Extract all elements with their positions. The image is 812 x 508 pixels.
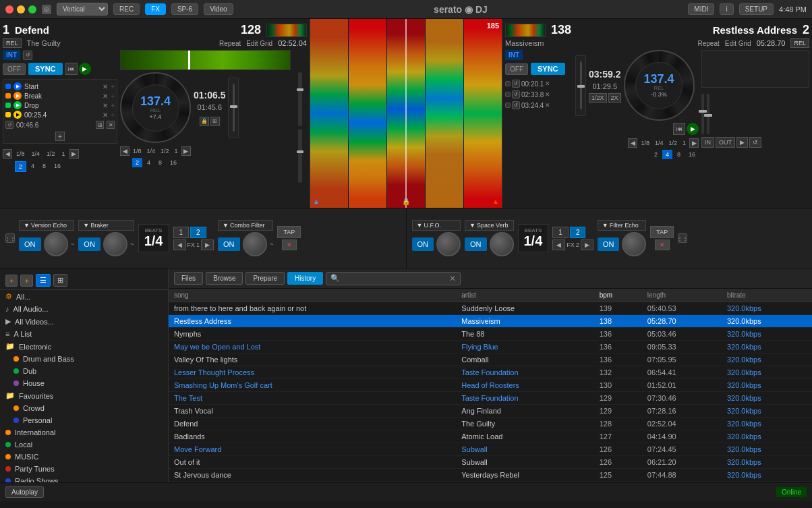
right-next-arrow[interactable]: ▶ <box>689 138 699 148</box>
fx-right-x-btn[interactable]: ✕ <box>655 239 670 250</box>
right-edit-grid-label[interactable]: Edit Grid <box>725 40 751 47</box>
right-halftime[interactable]: 1/2X <box>589 93 607 103</box>
video-button[interactable]: Video <box>204 3 233 15</box>
fx-right-beat-next[interactable]: ▶ <box>581 239 593 250</box>
cue-add-4[interactable]: + <box>111 111 115 119</box>
files-btn[interactable]: Files <box>174 272 203 285</box>
sidebar-item-dub[interactable]: Dub <box>0 365 168 377</box>
right-beat-8[interactable]: 8 <box>674 150 684 159</box>
left-vol-slider[interactable] <box>298 129 302 183</box>
fx-3-knob[interactable] <box>243 232 267 256</box>
col-length[interactable]: length <box>642 289 722 302</box>
right-off-btn[interactable]: OFF <box>505 63 528 75</box>
table-row[interactable]: May we be Open and LostFlying Blue13609:… <box>169 341 812 354</box>
left-beat-jump-prev[interactable]: ◀ <box>120 146 129 156</box>
cue-add-3[interactable]: + <box>111 102 115 109</box>
rec-button[interactable]: REC <box>113 3 140 15</box>
midi-button[interactable]: MIDI <box>688 3 714 15</box>
left-jump-8[interactable]: 8 <box>155 158 165 167</box>
table-row[interactable]: DefendThe Guilty12802:52.04320.0kbps <box>169 418 812 430</box>
loop-close[interactable]: ✕ <box>107 121 115 129</box>
add-subcrate-btn[interactable]: + <box>20 275 32 287</box>
fx-r-3-knob[interactable] <box>622 232 646 256</box>
left-beat-1-8[interactable]: 1/8 <box>13 149 28 159</box>
info-button[interactable]: i <box>720 3 733 15</box>
right-fader-2[interactable] <box>707 94 709 134</box>
fx-3-on-btn[interactable]: ON <box>218 237 240 251</box>
col-song[interactable]: song <box>169 289 456 302</box>
left-edit-grid-label[interactable]: Edit Grid <box>246 40 272 47</box>
prepare-btn[interactable]: Prepare <box>245 272 285 285</box>
list-view-btn[interactable]: ☰ <box>36 274 51 287</box>
right-prev-arrow[interactable]: ◀ <box>628 138 637 148</box>
left-beat-1[interactable]: 1 <box>59 149 68 159</box>
right-beat-1-8[interactable]: 1/8 <box>639 138 651 148</box>
right-loop-toggle[interactable]: ↺ <box>749 137 761 148</box>
table-row[interactable]: Valley Of The lightsComball13607:05.9532… <box>169 354 812 366</box>
cue-delete-2[interactable]: ✕ <box>103 92 108 100</box>
fx-left-slot-2[interactable]: 2 <box>190 227 206 238</box>
left-deck-rel[interactable]: REL <box>3 38 22 48</box>
timer-close-3[interactable]: ✕ <box>545 102 550 109</box>
fx-r-3-on-btn[interactable]: ON <box>598 237 620 251</box>
fx-r-2-knob[interactable] <box>490 232 514 256</box>
sidebar-item-crowd[interactable]: Crowd <box>0 402 168 414</box>
table-row[interactable]: Restless AddressMassiveism13805:28.70320… <box>169 315 812 328</box>
left-jump-2-active[interactable]: 2 <box>132 158 142 167</box>
add-crate-btn[interactable]: + <box>5 275 18 287</box>
table-row[interactable]: Out of itSubwall12606:21.20320.0kbps <box>169 456 812 469</box>
table-row[interactable]: Valley DubSubwall12506:31.76320.0kbps <box>169 482 812 483</box>
left-beat-1-2[interactable]: 1/2 <box>44 149 58 159</box>
history-btn[interactable]: History <box>287 272 323 285</box>
timer-close-2[interactable]: ✕ <box>545 91 550 98</box>
left-jump-1[interactable]: 1 <box>173 146 180 156</box>
right-play-in-out[interactable]: ▶ <box>736 137 748 148</box>
left-sync-btn[interactable]: SYNC <box>28 63 63 75</box>
fx-r-2-on-btn[interactable]: ON <box>465 237 487 251</box>
table-row[interactable]: Move ForwardSubwall12607:24.45320.0kbps <box>169 443 812 456</box>
table-row[interactable]: Trash VocalAng Finland12907:28.16320.0kb… <box>169 405 812 418</box>
cue-play-4[interactable]: ▶ <box>13 111 22 119</box>
sidebar-item-all[interactable]: ⚙ All... <box>0 290 168 303</box>
timer-close-1[interactable]: ✕ <box>545 80 550 87</box>
left-grid[interactable]: ⊞ <box>210 117 220 126</box>
fx-r-1-knob[interactable] <box>436 232 461 256</box>
album-view-btn[interactable]: ⊞ <box>53 274 67 287</box>
left-jump-1-2[interactable]: 1/2 <box>158 146 171 156</box>
col-artist[interactable]: artist <box>456 289 593 302</box>
table-row[interactable]: The TestTaste Foundation12907:30.46320.0… <box>169 392 812 405</box>
table-row[interactable]: from there to here and back again or not… <box>169 302 812 315</box>
right-sync-btn[interactable]: SYNC <box>531 63 565 75</box>
cue-play-1[interactable]: ▶ <box>13 82 22 90</box>
autoplay-btn[interactable]: Autoplay <box>5 486 44 498</box>
timer-loop-3[interactable]: ↺ <box>512 101 520 109</box>
sidebar-item-party[interactable]: Party Tunes <box>0 463 168 475</box>
sidebar-item-alist[interactable]: ≡ A List <box>0 328 168 340</box>
fx-r-2-select[interactable]: ▼Space Verb <box>465 220 514 231</box>
right-in-btn[interactable]: IN <box>701 137 714 148</box>
fx-menu-left[interactable]: ⋮⋮ <box>5 233 15 243</box>
left-prev-btn[interactable]: ⏮ <box>65 63 78 75</box>
fx-right-tap-btn[interactable]: TAP <box>650 226 674 238</box>
browse-btn[interactable]: Browse <box>206 272 243 285</box>
right-deck-rel[interactable]: REL <box>790 38 809 48</box>
table-row[interactable]: Smashing Up Mom's Golf cartHead of Roost… <box>169 379 812 392</box>
target-icon[interactable]: ◎ <box>42 5 51 14</box>
fx-r-1-on-btn[interactable]: ON <box>412 237 434 251</box>
timer-loop-1[interactable]: ↺ <box>512 80 520 88</box>
right-int-badge[interactable]: INT <box>505 50 523 60</box>
timer-loop-2[interactable]: ↺ <box>512 90 520 98</box>
right-prev-btn[interactable]: ⏮ <box>673 123 685 135</box>
fx-right-beat-prev[interactable]: ◀ <box>552 239 565 250</box>
cue-add-1[interactable]: + <box>111 83 115 90</box>
fx-button[interactable]: FX <box>145 3 166 15</box>
left-int-badge[interactable]: INT <box>3 50 20 60</box>
right-beat-1-2[interactable]: 1/2 <box>666 138 679 148</box>
right-doubletime[interactable]: 2X <box>608 93 621 103</box>
right-pitch-slider[interactable] <box>575 55 586 116</box>
right-repeat-label[interactable]: Repeat <box>698 40 720 47</box>
maximize-button[interactable] <box>28 5 36 13</box>
left-repeat-label[interactable]: Repeat <box>219 40 241 47</box>
left-gain-slider[interactable] <box>298 72 302 126</box>
left-beat-16[interactable]: 16 <box>51 161 64 172</box>
